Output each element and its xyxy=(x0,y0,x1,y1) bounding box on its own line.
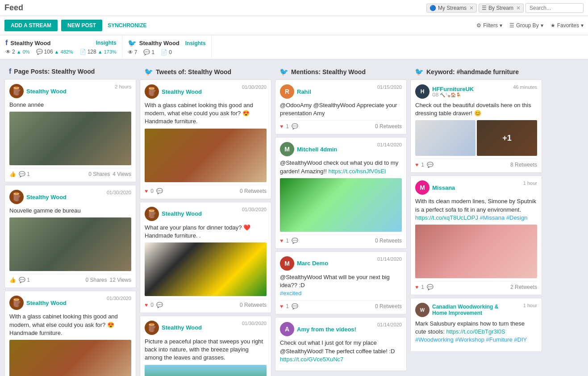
column-header-tw-keyword: 🐦 Keyword: #handmade furniture xyxy=(410,64,542,79)
author-name[interactable]: HFFurnitureUK xyxy=(432,86,474,92)
author-name[interactable]: Stealthy Wood xyxy=(162,88,202,95)
post-text: With a glass cabinet looking this good a… xyxy=(9,313,131,337)
reply-icon[interactable]: 💬 xyxy=(427,162,434,168)
group-by-button[interactable]: ☰ Group By ▾ xyxy=(509,22,543,29)
hearts-count: 1 xyxy=(286,123,289,130)
post-text: Bonne année xyxy=(9,101,131,109)
post-header: H HFFurnitureUK GB 🔨🪚🏠🪑 46 minutes xyxy=(415,84,537,99)
filters-button[interactable]: ⚙ Filters ▾ xyxy=(476,22,502,29)
post-header: M Mitchell 4dmin 01/14/2020 xyxy=(280,142,402,156)
close-by-stream-icon[interactable]: ✕ xyxy=(516,5,521,11)
post-author: H HFFurnitureUK GB 🔨🪚🏠🪑 xyxy=(415,84,474,99)
post-image-1 xyxy=(415,120,475,156)
heart-icon[interactable]: ♥ xyxy=(280,123,283,130)
post-card: H HFFurnitureUK GB 🔨🪚🏠🪑 46 minutes Check… xyxy=(410,79,542,173)
filter-my-streams[interactable]: 🔵 My Streams ✕ xyxy=(426,4,477,13)
author-name[interactable]: Amy from the videos! xyxy=(297,326,356,333)
post-author: 🪵 Stealthy Wood xyxy=(9,296,67,310)
reply-icon[interactable]: 💬 xyxy=(292,238,298,244)
column-title-tw-tweets: Tweets of: Stealthy Wood xyxy=(156,68,231,75)
fb-insights-link[interactable]: Insights xyxy=(96,40,117,46)
column-fb-page-posts: f Page Posts: Stealthy Wood 🪵 Stealthy W… xyxy=(4,64,136,376)
comment-icon[interactable]: 💬 1 xyxy=(19,171,30,177)
close-my-streams-icon[interactable]: ✕ xyxy=(469,5,474,11)
like-icon[interactable]: 👍 xyxy=(9,277,16,283)
author-name[interactable]: Stealthy Wood xyxy=(162,210,202,217)
add-stream-button[interactable]: ADD A STREAM xyxy=(4,20,58,31)
reply-icon[interactable]: 💬 xyxy=(156,188,163,194)
heart-icon[interactable]: ♥ xyxy=(280,238,283,244)
post-footer: ♥ 1 💬 2 Retweets xyxy=(415,281,537,290)
post-link[interactable]: https://t.co/0EbTgr3l0S xyxy=(446,328,505,335)
group-by-label: Group By xyxy=(516,22,539,29)
tw-insights-link[interactable]: Insights xyxy=(185,40,206,46)
favorites-button[interactable]: ★ Favorites ▾ xyxy=(550,22,584,29)
author-name[interactable]: Marc Demo xyxy=(297,260,328,267)
author-name[interactable]: Stealthy Wood xyxy=(26,300,67,306)
stats-fb-name: Stealthy Wood xyxy=(10,40,50,46)
tw-stat-comments: 💬 1 xyxy=(143,49,154,55)
tw-stat-posts: 📄 0 xyxy=(161,49,172,55)
avatar: R xyxy=(280,84,294,99)
filter-by-stream[interactable]: ☰ By Stream ✕ xyxy=(479,4,524,13)
post-header: W Canadian Woodworking & Home Improvemen… xyxy=(415,303,537,317)
post-text: @StealthyWood check out what you did to … xyxy=(280,159,402,175)
post-link[interactable]: https://t.co/xqT8UcLOPJ xyxy=(415,214,478,221)
author-name[interactable]: Stealthy Wood xyxy=(26,88,67,95)
post-image xyxy=(9,112,131,165)
post-author: 🪵 Stealthy Wood xyxy=(145,321,202,335)
avatar: 🪵 xyxy=(145,84,159,99)
stat-posts: 📄 128 ▲ 173% xyxy=(79,49,117,55)
heart-icon[interactable]: ♥ xyxy=(415,284,418,290)
filter-icon-1: 🔵 xyxy=(430,5,436,11)
heart-icon[interactable]: ♥ xyxy=(280,303,283,309)
post-date: 01/30/2020 xyxy=(242,321,267,326)
post-icon: 📄 xyxy=(79,49,86,55)
tw-stat-comments-value: 1 xyxy=(151,49,154,55)
post-header: A Amy from the videos! 01/14/2020 xyxy=(280,322,402,336)
post-date: 01/15/2020 xyxy=(377,84,402,90)
hearts-count: 1 xyxy=(286,303,289,309)
post-header: R Rahil 01/15/2020 xyxy=(280,84,402,99)
comment-icon: 💬 xyxy=(36,49,43,55)
post-date: 1 hour xyxy=(523,303,537,308)
group-by-chevron-icon: ▾ xyxy=(541,22,543,29)
author-name[interactable]: Stealthy Wood xyxy=(26,194,67,201)
like-icon[interactable]: 👍 xyxy=(9,171,16,177)
post-card: 🪵 Stealthy Wood 01/30/2020 Nouvelle gamm… xyxy=(4,185,136,288)
tw-stat-views-value: 7 xyxy=(134,49,138,55)
synchronize-button[interactable]: SYNCHRONIZE xyxy=(106,20,148,31)
post-link[interactable]: https://t.co/GVce5XuNc7 xyxy=(280,356,343,363)
post-card: A Amy from the videos! 01/14/2020 Check … xyxy=(275,317,407,371)
heart-icon[interactable]: ♥ xyxy=(145,188,148,194)
new-post-button[interactable]: NEW POST xyxy=(61,20,102,31)
post-date: 01/30/2020 xyxy=(242,207,267,212)
search-input[interactable] xyxy=(525,3,584,13)
post-header: 🪵 Stealthy Wood 01/30/2020 xyxy=(145,84,267,99)
post-author: 🪵 Stealthy Wood xyxy=(145,84,202,99)
post-image-pair: +1 xyxy=(415,120,537,156)
filter-icon-2: ☰ xyxy=(482,5,487,11)
tw-eye-icon: 👁 xyxy=(128,49,133,55)
author-name[interactable]: Mitchell 4dmin xyxy=(297,146,337,153)
reply-icon[interactable]: 💬 xyxy=(427,284,434,290)
post-text: Nouvelle gamme de bureau xyxy=(9,207,131,215)
stat-views-change: ▲ 0% xyxy=(17,49,30,54)
post-image xyxy=(145,242,267,296)
tw-post-icon: 📄 xyxy=(161,49,167,55)
post-text: @StealthyWood What will be your next big… xyxy=(280,273,402,298)
author-name[interactable]: Stealthy Wood xyxy=(162,324,202,331)
author-name[interactable]: Canadian Woodworking & Home Improvement xyxy=(432,304,504,316)
shares-count: 0 Shares xyxy=(85,277,107,283)
reply-icon[interactable]: 💬 xyxy=(292,123,298,130)
reply-icon[interactable]: 💬 xyxy=(156,302,163,308)
heart-icon[interactable]: ♥ xyxy=(415,162,418,168)
author-name[interactable]: Missana xyxy=(432,184,455,191)
comment-icon[interactable]: 💬 1 xyxy=(19,277,30,283)
author-name[interactable]: Rahil xyxy=(297,88,311,95)
hearts-count: 1 xyxy=(421,284,424,290)
post-author: 🪵 Stealthy Wood xyxy=(145,207,202,221)
post-link[interactable]: https://t.co/hsnJfV0sEl xyxy=(328,168,386,175)
heart-icon[interactable]: ♥ xyxy=(145,302,148,308)
reply-icon[interactable]: 💬 xyxy=(292,303,298,309)
